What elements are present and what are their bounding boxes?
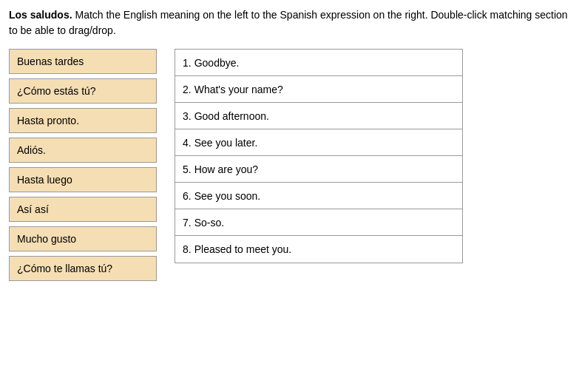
english-item-7: 7.So-so. — [175, 209, 462, 236]
english-item-num-5: 5. — [183, 163, 192, 175]
english-item-5: 5.How are you? — [175, 156, 462, 183]
english-item-num-6: 6. — [183, 190, 192, 202]
english-item-num-1: 1. — [183, 57, 192, 69]
english-item-text-7: So-so. — [194, 217, 224, 229]
english-item-num-4: 4. — [183, 137, 192, 149]
spanish-item-4[interactable]: Adiós. — [9, 138, 157, 163]
english-item-text-8: Pleased to meet you. — [194, 243, 292, 255]
spanish-item-5[interactable]: Hasta luego — [9, 167, 157, 192]
instructions-bold: Los saludos. — [9, 9, 72, 21]
english-item-8: 8.Pleased to meet you. — [175, 236, 462, 263]
english-item-text-5: How are you? — [194, 163, 258, 175]
spanish-item-6[interactable]: Así así — [9, 197, 157, 222]
english-item-num-8: 8. — [183, 243, 192, 255]
english-item-text-3: Good afternoon. — [194, 110, 269, 122]
english-item-3: 3.Good afternoon. — [175, 103, 462, 129]
english-item-text-6: See you soon. — [194, 190, 261, 202]
instructions: Los saludos. Match the English meaning o… — [9, 7, 570, 38]
english-item-4: 4.See you later. — [175, 129, 462, 156]
english-item-1: 1.Goodbye. — [175, 50, 462, 76]
spanish-item-3[interactable]: Hasta pronto. — [9, 108, 157, 133]
left-column: Buenas tardes¿Cómo estás tú?Hasta pronto… — [9, 49, 157, 281]
english-item-text-4: See you later. — [194, 137, 258, 149]
english-item-text-1: Goodbye. — [194, 57, 240, 69]
spanish-item-8[interactable]: ¿Cómo te llamas tú? — [9, 256, 157, 281]
spanish-item-7[interactable]: Mucho gusto — [9, 226, 157, 251]
english-item-num-7: 7. — [183, 217, 192, 229]
spanish-item-1[interactable]: Buenas tardes — [9, 49, 157, 74]
english-item-6: 6.See you soon. — [175, 183, 462, 209]
right-column: 1.Goodbye.2.What's your name?3.Good afte… — [175, 49, 463, 263]
content-area: Buenas tardes¿Cómo estás tú?Hasta pronto… — [9, 49, 570, 281]
english-item-num-3: 3. — [183, 110, 192, 122]
instructions-text: Match the English meaning on the left to… — [9, 9, 568, 36]
spanish-item-2[interactable]: ¿Cómo estás tú? — [9, 78, 157, 104]
english-item-num-2: 2. — [183, 84, 192, 95]
english-item-text-2: What's your name? — [194, 84, 283, 95]
english-item-2: 2.What's your name? — [175, 76, 462, 103]
